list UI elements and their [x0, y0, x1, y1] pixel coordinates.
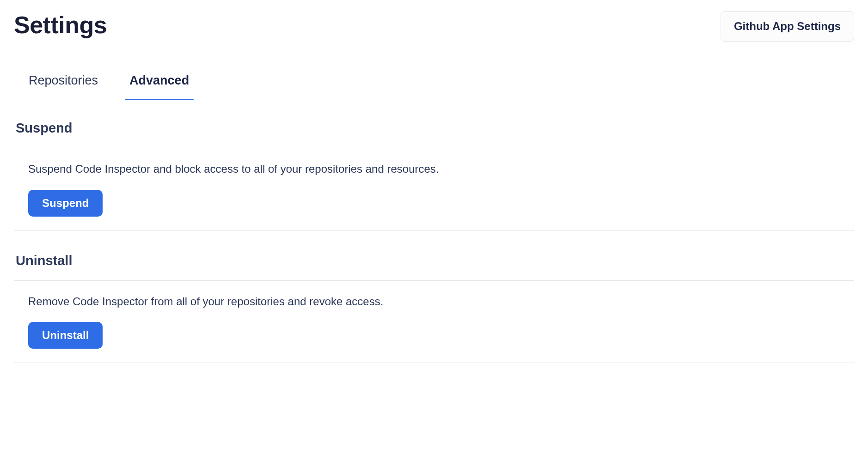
github-app-settings-button[interactable]: Github App Settings	[721, 11, 854, 42]
section-suspend-title: Suspend	[14, 121, 854, 136]
tab-advanced[interactable]: Advanced	[125, 70, 194, 100]
section-uninstall-title: Uninstall	[14, 253, 854, 268]
card-uninstall: Remove Code Inspector from all of your r…	[14, 280, 854, 363]
uninstall-description: Remove Code Inspector from all of your r…	[28, 294, 840, 309]
tab-repositories[interactable]: Repositories	[24, 70, 103, 100]
card-suspend: Suspend Code Inspector and block access …	[14, 148, 854, 231]
tabs-container: Repositories Advanced	[14, 69, 854, 100]
page-header: Settings Github App Settings	[14, 11, 854, 42]
section-uninstall: Uninstall Remove Code Inspector from all…	[14, 253, 854, 363]
suspend-description: Suspend Code Inspector and block access …	[28, 161, 840, 177]
page-title: Settings	[14, 11, 107, 39]
section-suspend: Suspend Suspend Code Inspector and block…	[14, 121, 854, 231]
uninstall-button[interactable]: Uninstall	[28, 322, 103, 349]
suspend-button[interactable]: Suspend	[28, 190, 103, 217]
